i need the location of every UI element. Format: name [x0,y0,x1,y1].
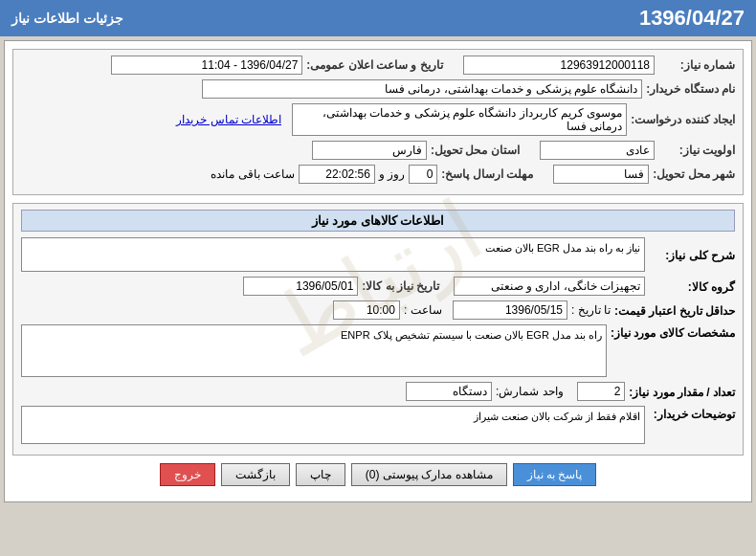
vahed-value: دستگاه [406,382,492,401]
row-olaviat: اولویت نیاز: عادی استان محل تحویل: فارس [21,141,735,160]
mohlat-unit: روز و [379,167,405,181]
ta-tarikh-label: تا تاریخ : [571,303,611,317]
nam-value: دانشگاه علوم پزشکی و خدمات بهداشتی، درما… [202,79,642,99]
row-shahr: شهر محل تحویل: فسا مهلت ارسال پاسخ: 0 رو… [21,165,735,184]
tarikh-kala-value: 1396/05/01 [243,277,358,296]
tedad-value: 2 [577,382,625,401]
tozi-value: اقلام فقط از شرکت بالان صنعت شیراز [21,406,645,444]
goroh-label: گروه کالا: [649,278,735,294]
shomara-value: 12963912000118 [463,56,655,75]
saat-label: ساعت : [404,303,442,317]
row-tozi: توضیحات خریدار: اقلام فقط از شرکت بالان … [21,406,735,444]
mohlat-label: مهلت ارسال پاسخ: [441,167,533,181]
ijad-label: ایجاد کننده درخواست: [631,113,735,126]
bazgasht-button[interactable]: بازگشت [221,463,290,486]
saat-value: 10:00 [333,300,400,320]
row-shomara: شماره نیاز: 12963912000118 تاریخ و ساعت … [21,56,735,75]
header-date: 1396/04/27 [639,6,745,31]
row-haddagal: حداقل تاریخ اعتبار قیمت: تا تاریخ : 1396… [21,300,735,320]
olaviat-label: اولویت نیاز: [658,144,735,157]
shahr-value: فسا [553,165,649,184]
row-nam: نام دستگاه خریدار: دانشگاه علوم پزشکی و … [21,79,735,99]
main-content: شماره نیاز: 12963912000118 تاریخ و ساعت … [4,40,752,502]
goods-title: اطلاعات کالاهای مورد نیاز [21,210,735,232]
moshakhasat-label: مشخصات کالای مورد نیاز: [611,324,735,340]
vahed-label: واحد شمارش: [496,385,564,398]
chap-button[interactable]: چاپ [296,463,345,486]
tarikh-kala-label: تاریخ نیاز به کالا: [362,279,439,293]
goods-section: اطلاعات کالاهای مورد نیاز شرح کلی نیاز: … [12,203,744,456]
top-info-section: شماره نیاز: 12963912000118 تاریخ و ساعت … [12,49,744,195]
row-sharh: شرح کلی نیاز: نیاز به راه بند مدل EGR با… [21,237,735,272]
row-goroh: گروه کالا: تجهیزات خانگی، اداری و صنعتی … [21,277,735,296]
row-tedad: تعداد / مقدار مورد نیاز: 2 واحد شمارش: د… [21,382,735,401]
ijad-value: موسوی کریم کاربرداز دانشگاه علوم پزشکی و… [292,103,627,136]
olaviat-value: عادی [540,141,655,160]
moshahedeh-button[interactable]: مشاهده مدارک پیوستی (0) [351,463,507,486]
tarikh-value: 1396/04/27 - 11:04 [111,56,302,75]
tozi-label: توضیحات خریدار: [649,406,735,421]
mohlat-remain: ساعت باقی مانده [211,167,295,181]
info-link[interactable]: اطلاعات تماس خریدار [176,113,281,126]
header-bar: 1396/04/27 جزئیات اطلاعات نیاز [0,0,756,36]
header-title: جزئیات اطلاعات نیاز [11,11,123,26]
sharh-label: شرح کلی نیاز: [649,247,735,262]
moshakhasat-value: راه بند مدل EGR بالان صنعت با سیستم تشخی… [21,324,607,377]
row-ijad: ایجاد کننده درخواست: موسوی کریم کاربرداز… [21,103,735,136]
row-moshakhasat: مشخصات کالای مورد نیاز: راه بند مدل EGR … [21,324,735,377]
goroh-value: تجهیزات خانگی، اداری و صنعتی [454,277,645,296]
shahr-label: شهر محل تحویل: [653,167,735,181]
shomara-label: شماره نیاز: [658,58,735,72]
ostan-label: استان محل تحویل: [431,144,520,157]
khoroj-button[interactable]: خروج [160,463,215,486]
ta-tarikh-value: 1396/05/15 [453,300,567,320]
pasokh-button[interactable]: پاسخ به نیاز [513,463,597,486]
haddagal-label: حداقل تاریخ اعتبار قیمت: [614,302,735,318]
bottom-buttons: پاسخ به نیاز مشاهده مدارک پیوستی (0) چاپ… [12,456,744,494]
nam-label: نام دستگاه خریدار: [646,82,735,96]
mohlat-time: 22:02:56 [299,165,375,184]
ostan-value: فارس [312,141,427,160]
mohlat-days: 0 [409,165,437,184]
tarikh-label: تاریخ و ساعت اعلان عمومی: [306,58,442,72]
tedad-label: تعداد / مقدار مورد نیاز: [629,384,735,399]
sharh-value: نیاز به راه بند مدل EGR بالان صنعت [21,237,645,272]
